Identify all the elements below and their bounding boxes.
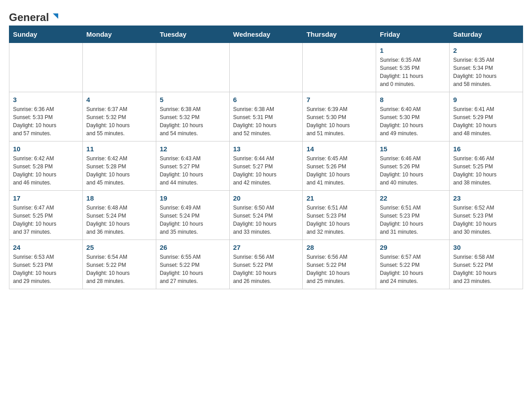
calendar-cell: 4Sunrise: 6:37 AMSunset: 5:32 PMDaylight… xyxy=(82,92,156,141)
calendar-cell: 30Sunrise: 6:58 AMSunset: 5:22 PMDayligh… xyxy=(450,240,523,289)
day-number: 19 xyxy=(160,194,226,202)
day-info: Sunrise: 6:56 AMSunset: 5:22 PMDaylight:… xyxy=(233,253,299,285)
day-info: Sunrise: 6:40 AMSunset: 5:30 PMDaylight:… xyxy=(380,105,446,137)
day-info: Sunrise: 6:58 AMSunset: 5:22 PMDaylight:… xyxy=(453,253,519,285)
day-number: 12 xyxy=(160,145,226,153)
day-number: 21 xyxy=(306,194,372,202)
logo: General xyxy=(9,9,60,21)
calendar-cell: 25Sunrise: 6:54 AMSunset: 5:22 PMDayligh… xyxy=(82,240,156,289)
day-info: Sunrise: 6:46 AMSunset: 5:25 PMDaylight:… xyxy=(453,154,519,187)
day-info: Sunrise: 6:54 AMSunset: 5:22 PMDaylight:… xyxy=(86,253,152,285)
week-row-5: 24Sunrise: 6:53 AMSunset: 5:23 PMDayligh… xyxy=(9,240,523,289)
day-info: Sunrise: 6:35 AMSunset: 5:35 PMDaylight:… xyxy=(380,56,446,88)
day-number: 16 xyxy=(453,145,519,153)
weekday-header-sunday: Sunday xyxy=(9,26,83,43)
svg-marker-0 xyxy=(53,13,58,19)
week-row-1: 1Sunrise: 6:35 AMSunset: 5:35 PMDaylight… xyxy=(9,43,523,92)
calendar-cell: 24Sunrise: 6:53 AMSunset: 5:23 PMDayligh… xyxy=(9,240,83,289)
week-row-4: 17Sunrise: 6:47 AMSunset: 5:25 PMDayligh… xyxy=(9,191,523,240)
calendar-cell: 9Sunrise: 6:41 AMSunset: 5:29 PMDaylight… xyxy=(450,92,523,141)
calendar-cell: 11Sunrise: 6:42 AMSunset: 5:28 PMDayligh… xyxy=(82,141,156,191)
calendar-cell: 18Sunrise: 6:48 AMSunset: 5:24 PMDayligh… xyxy=(82,191,156,240)
calendar-cell: 12Sunrise: 6:43 AMSunset: 5:27 PMDayligh… xyxy=(156,141,229,191)
calendar-cell xyxy=(229,43,303,92)
calendar-cell xyxy=(156,43,229,92)
day-info: Sunrise: 6:37 AMSunset: 5:32 PMDaylight:… xyxy=(86,105,152,137)
calendar-cell: 5Sunrise: 6:38 AMSunset: 5:32 PMDaylight… xyxy=(156,92,229,141)
day-number: 17 xyxy=(13,194,79,202)
calendar-cell: 17Sunrise: 6:47 AMSunset: 5:25 PMDayligh… xyxy=(9,191,83,240)
day-info: Sunrise: 6:46 AMSunset: 5:26 PMDaylight:… xyxy=(380,154,446,187)
calendar-cell: 8Sunrise: 6:40 AMSunset: 5:30 PMDaylight… xyxy=(376,92,450,141)
day-number: 23 xyxy=(453,194,519,202)
calendar-cell xyxy=(303,43,376,92)
calendar-cell: 16Sunrise: 6:46 AMSunset: 5:25 PMDayligh… xyxy=(450,141,523,191)
calendar-header-row: SundayMondayTuesdayWednesdayThursdayFrid… xyxy=(9,26,523,43)
day-info: Sunrise: 6:45 AMSunset: 5:26 PMDaylight:… xyxy=(306,154,372,187)
calendar-cell: 21Sunrise: 6:51 AMSunset: 5:23 PMDayligh… xyxy=(303,191,376,240)
calendar-cell: 23Sunrise: 6:52 AMSunset: 5:23 PMDayligh… xyxy=(450,191,523,240)
calendar-cell: 22Sunrise: 6:51 AMSunset: 5:23 PMDayligh… xyxy=(376,191,450,240)
day-info: Sunrise: 6:49 AMSunset: 5:24 PMDaylight:… xyxy=(160,204,226,236)
day-number: 6 xyxy=(233,96,299,103)
week-row-3: 10Sunrise: 6:42 AMSunset: 5:28 PMDayligh… xyxy=(9,141,523,191)
logo-triangle-icon xyxy=(50,12,60,21)
day-info: Sunrise: 6:48 AMSunset: 5:24 PMDaylight:… xyxy=(86,204,152,236)
day-number: 25 xyxy=(86,244,152,251)
day-info: Sunrise: 6:55 AMSunset: 5:22 PMDaylight:… xyxy=(160,253,226,285)
day-number: 7 xyxy=(306,96,372,103)
day-number: 4 xyxy=(86,96,152,103)
day-number: 14 xyxy=(306,145,372,153)
day-info: Sunrise: 6:44 AMSunset: 5:27 PMDaylight:… xyxy=(233,154,299,187)
calendar-cell xyxy=(9,43,83,92)
calendar-cell: 7Sunrise: 6:39 AMSunset: 5:30 PMDaylight… xyxy=(303,92,376,141)
calendar-cell: 26Sunrise: 6:55 AMSunset: 5:22 PMDayligh… xyxy=(156,240,229,289)
day-number: 30 xyxy=(453,244,519,251)
day-number: 2 xyxy=(453,47,519,54)
day-info: Sunrise: 6:38 AMSunset: 5:32 PMDaylight:… xyxy=(160,105,226,137)
day-number: 3 xyxy=(13,96,79,103)
day-number: 1 xyxy=(380,47,446,54)
calendar-cell: 2Sunrise: 6:35 AMSunset: 5:34 PMDaylight… xyxy=(450,43,523,92)
day-number: 26 xyxy=(160,244,226,251)
day-info: Sunrise: 6:57 AMSunset: 5:22 PMDaylight:… xyxy=(380,253,446,285)
day-info: Sunrise: 6:42 AMSunset: 5:28 PMDaylight:… xyxy=(86,154,152,187)
day-info: Sunrise: 6:52 AMSunset: 5:23 PMDaylight:… xyxy=(453,204,519,236)
day-number: 22 xyxy=(380,194,446,202)
day-number: 13 xyxy=(233,145,299,153)
day-number: 10 xyxy=(13,145,79,153)
weekday-header-thursday: Thursday xyxy=(303,26,376,43)
calendar-cell: 1Sunrise: 6:35 AMSunset: 5:35 PMDaylight… xyxy=(376,43,450,92)
weekday-header-monday: Monday xyxy=(82,26,156,43)
calendar-cell: 15Sunrise: 6:46 AMSunset: 5:26 PMDayligh… xyxy=(376,141,450,191)
day-info: Sunrise: 6:39 AMSunset: 5:30 PMDaylight:… xyxy=(306,105,372,137)
day-info: Sunrise: 6:51 AMSunset: 5:23 PMDaylight:… xyxy=(380,204,446,236)
calendar-cell: 27Sunrise: 6:56 AMSunset: 5:22 PMDayligh… xyxy=(229,240,303,289)
day-number: 27 xyxy=(233,244,299,251)
calendar-cell: 29Sunrise: 6:57 AMSunset: 5:22 PMDayligh… xyxy=(376,240,450,289)
calendar-cell: 13Sunrise: 6:44 AMSunset: 5:27 PMDayligh… xyxy=(229,141,303,191)
week-row-2: 3Sunrise: 6:36 AMSunset: 5:33 PMDaylight… xyxy=(9,92,523,141)
day-number: 5 xyxy=(160,96,226,103)
day-number: 24 xyxy=(13,244,79,251)
calendar-cell: 19Sunrise: 6:49 AMSunset: 5:24 PMDayligh… xyxy=(156,191,229,240)
day-info: Sunrise: 6:43 AMSunset: 5:27 PMDaylight:… xyxy=(160,154,226,187)
calendar-cell: 6Sunrise: 6:38 AMSunset: 5:31 PMDaylight… xyxy=(229,92,303,141)
day-info: Sunrise: 6:38 AMSunset: 5:31 PMDaylight:… xyxy=(233,105,299,137)
day-info: Sunrise: 6:56 AMSunset: 5:22 PMDaylight:… xyxy=(306,253,372,285)
day-number: 28 xyxy=(306,244,372,251)
day-number: 15 xyxy=(380,145,446,153)
weekday-header-wednesday: Wednesday xyxy=(229,26,303,43)
calendar-cell: 10Sunrise: 6:42 AMSunset: 5:28 PMDayligh… xyxy=(9,141,83,191)
weekday-header-saturday: Saturday xyxy=(450,26,523,43)
weekday-header-tuesday: Tuesday xyxy=(156,26,229,43)
logo-general-text: General xyxy=(9,11,49,24)
day-info: Sunrise: 6:35 AMSunset: 5:34 PMDaylight:… xyxy=(453,56,519,88)
calendar-table: SundayMondayTuesdayWednesdayThursdayFrid… xyxy=(9,26,523,289)
calendar-cell: 20Sunrise: 6:50 AMSunset: 5:24 PMDayligh… xyxy=(229,191,303,240)
day-info: Sunrise: 6:47 AMSunset: 5:25 PMDaylight:… xyxy=(13,204,79,236)
calendar-cell: 14Sunrise: 6:45 AMSunset: 5:26 PMDayligh… xyxy=(303,141,376,191)
header: General xyxy=(9,9,523,21)
day-info: Sunrise: 6:53 AMSunset: 5:23 PMDaylight:… xyxy=(13,253,79,285)
day-info: Sunrise: 6:36 AMSunset: 5:33 PMDaylight:… xyxy=(13,105,79,137)
